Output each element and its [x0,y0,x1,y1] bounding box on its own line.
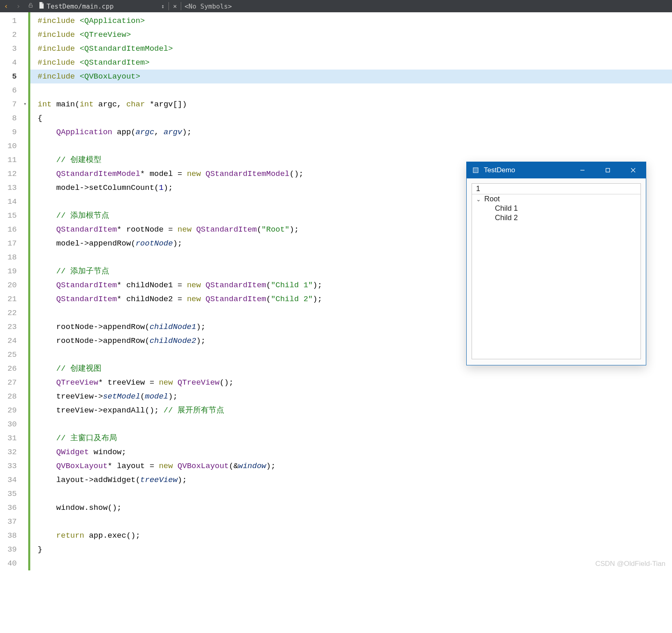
code-line[interactable]: QTreeView* treeView = new QTreeView(); [30,376,672,390]
fold-icon[interactable]: ▾ [23,97,27,111]
code-line[interactable] [30,556,672,570]
line-number: 12 [0,167,28,181]
toolbar-divider [169,2,169,10]
line-number: 16 [0,223,28,237]
code-line[interactable]: treeView->setModel(model); [30,390,672,403]
editor-toolbar: ‹ › TestDemo/main.cpp ↕ ✕ <No Symbols> [0,0,672,12]
runtime-window: TestDemo 1 ⌄ Root Child 1 Child 2 [466,162,646,365]
line-number: 25 [0,348,28,362]
line-number: 24 [0,334,28,348]
code-line[interactable]: treeView->expandAll(); // 展开所有节点 [30,403,672,417]
line-number: 8 [0,111,28,125]
line-number: 32 [0,445,28,459]
code-line[interactable]: return app.exec(); [30,529,672,543]
line-number: 2 [0,28,28,42]
code-line[interactable]: QApplication app(argc, argv); [30,125,672,139]
code-line[interactable] [30,417,672,431]
line-number: 38 [0,529,28,543]
toolbar-divider-2 [181,2,181,10]
titlebar[interactable]: TestDemo [467,162,646,178]
code-line[interactable]: QVBoxLayout* layout = new QVBoxLayout(&w… [30,459,672,473]
code-line[interactable]: window.show(); [30,501,672,515]
minimize-button[interactable] [570,162,595,178]
tree-child-row[interactable]: Child 2 [472,213,641,223]
line-gutter: 1234567▾89101112131415161718192021222324… [0,12,30,570]
line-number: 22 [0,306,28,320]
code-line[interactable]: layout->addWidget(treeView); [30,473,672,487]
line-number: 17 [0,237,28,250]
code-line[interactable]: #include <QTreeView> [30,28,672,42]
code-line[interactable]: QWidget window; [30,445,672,459]
code-line[interactable] [30,487,672,501]
code-line[interactable]: { [30,111,672,125]
watermark: CSDN @OldField-Tian [595,560,665,568]
nav-back-icon[interactable]: ‹ [0,0,12,12]
file-path[interactable]: TestDemo/main.cpp [46,2,114,10]
file-switcher-icon[interactable]: ↕ [159,3,167,9]
line-number: 18 [0,250,28,264]
line-number: 35 [0,487,28,501]
tree-root-label: Root [484,195,500,203]
tree-child-label: Child 1 [495,204,518,213]
code-line[interactable]: #include <QStandardItem> [30,56,672,70]
svg-rect-0 [29,5,32,7]
code-line[interactable]: #include <QApplication> [30,14,672,28]
line-number: 27 [0,376,28,390]
code-line[interactable]: #include <QStandardItemModel> [30,42,672,56]
tree-header[interactable]: 1 [472,184,641,194]
window-title: TestDemo [484,166,570,174]
line-number: 4 [0,56,28,70]
app-icon [472,166,480,174]
code-line[interactable] [30,83,672,97]
line-number: 31 [0,431,28,445]
nav-forward-icon[interactable]: › [12,0,25,12]
line-number: 9 [0,125,28,139]
line-number: 36 [0,501,28,515]
line-number: 7▾ [0,97,28,111]
line-number: 29 [0,403,28,417]
tree-child-label: Child 2 [495,214,518,222]
line-number: 6 [0,83,28,97]
line-number: 5 [0,70,28,83]
line-number: 33 [0,459,28,473]
line-number: 15 [0,209,28,223]
code-line[interactable] [30,515,672,529]
line-number: 39 [0,543,28,556]
line-number: 30 [0,417,28,431]
line-number: 19 [0,264,28,278]
code-line[interactable] [30,139,672,153]
svg-rect-3 [606,169,610,172]
chevron-down-icon[interactable]: ⌄ [476,196,482,203]
line-number: 28 [0,390,28,403]
line-number: 23 [0,320,28,334]
line-number: 10 [0,139,28,153]
line-number: 11 [0,153,28,167]
svg-rect-1 [473,168,478,173]
line-number: 26 [0,362,28,376]
line-number: 34 [0,473,28,487]
close-icon[interactable]: ✕ [171,2,179,10]
tree-view[interactable]: 1 ⌄ Root Child 1 Child 2 [472,183,641,359]
tree-root-row[interactable]: ⌄ Root [472,194,641,204]
code-line[interactable]: // 主窗口及布局 [30,431,672,445]
line-number: 37 [0,515,28,529]
line-number: 21 [0,292,28,306]
file-icon [37,2,46,10]
tree-child-row[interactable]: Child 1 [472,204,641,213]
line-number: 3 [0,42,28,56]
line-number: 1 [0,14,28,28]
symbols-dropdown[interactable]: <No Symbols> [183,2,232,10]
code-line[interactable]: } [30,543,672,556]
line-number: 13 [0,181,28,195]
line-number: 40 [0,556,28,570]
code-line[interactable]: #include <QVBoxLayout> [30,70,672,83]
code-line[interactable]: int main(int argc, char *argv[]) [30,97,672,111]
maximize-button[interactable] [595,162,620,178]
lock-icon[interactable] [25,2,37,10]
close-button[interactable] [620,162,646,178]
line-number: 14 [0,195,28,209]
line-number: 20 [0,278,28,292]
